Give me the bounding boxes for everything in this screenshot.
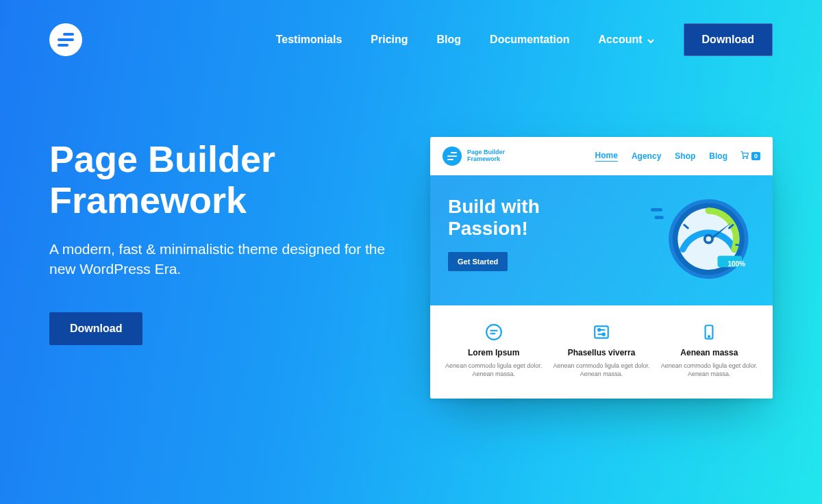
- sliders-icon: [553, 323, 649, 341]
- preview-brand-line1: Page Builder: [467, 149, 505, 155]
- preview-nav-agency[interactable]: Agency: [632, 151, 661, 161]
- top-nav: Testimonials Pricing Blog Documentation …: [0, 0, 822, 56]
- preview-nav-shop[interactable]: Shop: [675, 151, 695, 161]
- svg-point-22: [708, 336, 710, 337]
- hero-download-button[interactable]: Download: [49, 312, 142, 345]
- preview-nav-home[interactable]: Home: [595, 151, 618, 162]
- brand-logo-icon[interactable]: [49, 23, 82, 56]
- hero-subtitle: A modern, fast & minimalistic theme desi…: [49, 239, 406, 279]
- nav-blog[interactable]: Blog: [437, 34, 462, 46]
- svg-rect-2: [651, 208, 662, 212]
- svg-point-18: [598, 329, 600, 331]
- gauge-percent-label: 100%: [727, 260, 745, 268]
- download-button[interactable]: Download: [684, 23, 773, 56]
- feature-desc: Aenean commodo ligula eget dolor. Aenean…: [445, 362, 542, 378]
- feature-card: Lorem Ipsum Aenean commodo ligula eget d…: [440, 323, 547, 378]
- nav-account-label: Account: [599, 34, 643, 46]
- title-line-2: Framework: [49, 179, 247, 220]
- nav-account[interactable]: Account: [599, 34, 655, 46]
- preview-hero: Build with Passion! Get Started: [430, 175, 773, 305]
- nav-documentation[interactable]: Documentation: [490, 34, 569, 46]
- feature-title: Phasellus viverra: [553, 348, 649, 357]
- preview-nav: Page Builder Framework Home Agency Shop …: [430, 137, 773, 175]
- feature-card: Aenean massa Aenean commodo ligula eget …: [656, 323, 763, 378]
- mobile-icon: [661, 323, 758, 341]
- svg-point-13: [486, 325, 501, 340]
- speedometer-icon: 100%: [651, 188, 754, 290]
- title-line-1: Page Builder: [49, 138, 275, 179]
- cart-icon: [740, 150, 749, 162]
- feature-desc: Aenean commodo ligula eget dolor. Aenean…: [661, 362, 758, 378]
- preview-card: Page Builder Framework Home Agency Shop …: [430, 137, 773, 399]
- preview-hero-line1: Build with: [448, 196, 540, 217]
- cart-count-badge: 0: [751, 152, 760, 160]
- svg-point-11: [706, 236, 712, 242]
- svg-rect-3: [655, 216, 664, 219]
- svg-point-20: [603, 333, 605, 336]
- svg-point-1: [747, 158, 748, 159]
- feature-card: Phasellus viverra Aenean commodo ligula …: [547, 323, 655, 378]
- feature-title: Aenean massa: [661, 348, 758, 357]
- target-icon: [445, 323, 542, 341]
- page-title: Page Builder Framework: [49, 138, 406, 221]
- nav-testimonials[interactable]: Testimonials: [276, 34, 342, 46]
- preview-logo-icon: [443, 147, 462, 166]
- preview-brand-line2: Framework: [467, 155, 500, 162]
- preview-nav-blog[interactable]: Blog: [709, 151, 727, 161]
- preview-cart[interactable]: 0: [740, 150, 760, 162]
- feature-title: Lorem Ipsum: [445, 348, 542, 357]
- nav-pricing[interactable]: Pricing: [371, 34, 408, 46]
- preview-features: Lorem Ipsum Aenean commodo ligula eget d…: [430, 305, 773, 399]
- feature-desc: Aenean commodo ligula eget dolor. Aenean…: [553, 362, 649, 378]
- preview-brand: Page Builder Framework: [467, 149, 515, 163]
- preview-hero-line2: Passion!: [448, 218, 528, 239]
- svg-point-0: [743, 158, 744, 159]
- get-started-button[interactable]: Get Started: [448, 252, 508, 271]
- svg-line-9: [736, 244, 741, 245]
- chevron-down-icon: [647, 36, 655, 44]
- svg-rect-16: [595, 326, 608, 338]
